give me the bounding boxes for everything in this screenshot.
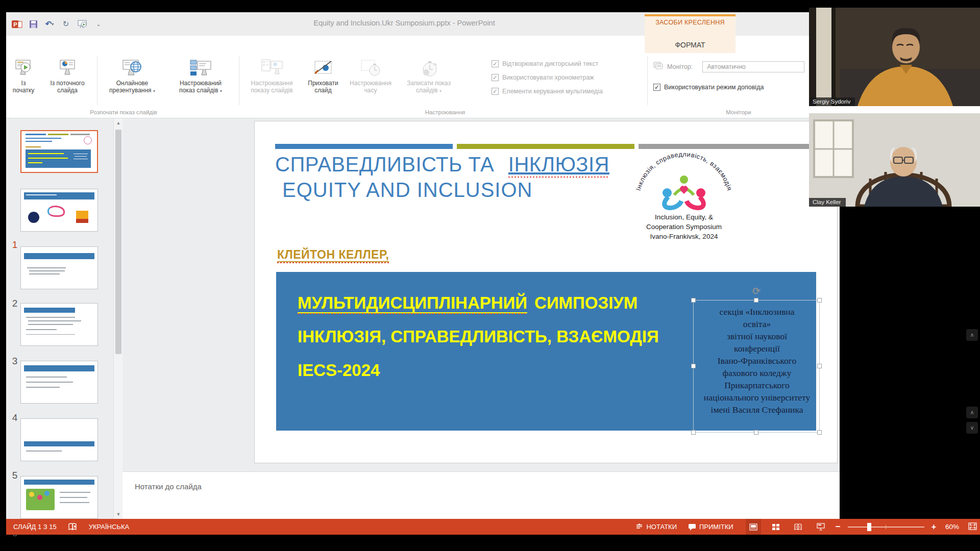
speaker-name[interactable]: КЛЕЙТОН КЕЛЛЕР, bbox=[277, 248, 389, 262]
zoom-slider[interactable] bbox=[848, 527, 924, 528]
previous-slide-icon[interactable]: ∧ bbox=[966, 407, 978, 418]
record-slideshow-button[interactable]: Записати показ слайдів ▾ bbox=[397, 55, 460, 114]
button-label: початку bbox=[7, 87, 40, 94]
title-text: СПРАВЕДЛИВІСТЬ ТА bbox=[275, 153, 494, 176]
thumbnail-slide-1[interactable] bbox=[20, 130, 98, 173]
collapse-panel-icon[interactable]: ∧ bbox=[966, 329, 978, 341]
spellcheck-icon[interactable] bbox=[68, 523, 78, 531]
group-label-setup: Настроювання bbox=[399, 109, 491, 115]
slide-canvas[interactable]: СПРАВЕДЛИВІСТЬ ТА ІНКЛЮЗІЯ EQUITY AND IN… bbox=[254, 121, 838, 463]
quick-access-toolbar: P ↶▾ ↻ ⌄ bbox=[11, 18, 104, 30]
notes-pane[interactable]: Нотатки до слайда bbox=[122, 471, 840, 519]
webcam-video-clay[interactable]: Clay Keller bbox=[809, 113, 980, 207]
title-text-underlined: ІНКЛЮЗІЯ bbox=[508, 153, 609, 176]
selection-handle[interactable] bbox=[691, 430, 696, 435]
symposium-logo[interactable]: Інклюзія, справедливість, взаємодія Incl… bbox=[630, 148, 738, 240]
checkbox-icon: ✓ bbox=[653, 84, 660, 91]
save-icon[interactable] bbox=[28, 18, 39, 30]
window-title: Equity and Inclusion.Ukr Sumposium.pptx … bbox=[175, 19, 634, 27]
undo-icon[interactable]: ↶▾ bbox=[44, 18, 55, 30]
accent-bar-blue bbox=[275, 144, 453, 149]
rehearse-timings-icon bbox=[345, 57, 396, 80]
svg-text:Інклюзія, справедливість, взає: Інклюзія, справедливість, взаємодія bbox=[634, 151, 734, 192]
present-online-button[interactable]: Онлайнове презентування ▾ bbox=[101, 55, 163, 114]
banner-line-1: МУЛЬТИДИСЦИПЛІНАРНИЙСИМПОЗІУМ bbox=[298, 293, 638, 313]
from-beginning-button[interactable]: Із початку bbox=[7, 55, 40, 114]
logo-graphic: Інклюзія, справедливість, взаємодія bbox=[630, 148, 738, 210]
selection-handle[interactable] bbox=[754, 430, 758, 435]
slideshow-view-button[interactable] bbox=[813, 519, 828, 535]
powerpoint-app-icon: P bbox=[11, 18, 22, 30]
checkbox-icon: ✓ bbox=[492, 74, 499, 81]
rotation-handle-icon[interactable]: ⟳ bbox=[752, 285, 761, 297]
reading-view-button[interactable] bbox=[791, 519, 806, 535]
banner-line-3: IECS-2024 bbox=[298, 361, 380, 380]
checkbox-media-controls[interactable]: ✓ Елементи керування мультимедіа bbox=[492, 88, 603, 95]
contextual-tab-header: ЗАСОБИ КРЕСЛЕННЯ bbox=[645, 19, 736, 26]
checkbox-use-timings[interactable]: ✓ Використовувати хронометраж bbox=[492, 74, 594, 81]
slide-title-ukrainian[interactable]: СПРАВЕДЛИВІСТЬ ТА ІНКЛЮЗІЯ bbox=[275, 153, 609, 176]
checkbox-presenter-view[interactable]: ✓ Використовувати режим доповіда bbox=[653, 84, 764, 91]
webcam-video-sergiy[interactable]: Sergiy Sydoriv bbox=[809, 8, 980, 106]
language-indicator[interactable]: УКРАЇНСЬКА bbox=[89, 523, 129, 531]
custom-slideshow-button[interactable]: Настроюваний показ слайдів ▾ bbox=[165, 55, 236, 114]
button-label: Записати показ bbox=[397, 80, 460, 87]
normal-view-button[interactable] bbox=[746, 519, 761, 535]
svg-text:P: P bbox=[13, 21, 17, 28]
comments-toggle[interactable]: ПРИМІТКИ bbox=[688, 523, 733, 531]
redo-icon[interactable]: ↻ bbox=[60, 18, 71, 30]
thumbnail-scrollbar[interactable]: ▲ ▼ bbox=[113, 118, 122, 519]
slide-thumbnail-panel: 1 2 3 bbox=[6, 118, 113, 519]
fit-slide-to-window-icon[interactable] bbox=[968, 522, 977, 532]
zoom-out-icon[interactable]: − bbox=[836, 522, 841, 532]
notes-toggle[interactable]: НОТАТКИ bbox=[635, 523, 677, 531]
zoom-slider-thumb[interactable] bbox=[867, 523, 871, 531]
zoom-percentage[interactable]: 60% bbox=[945, 523, 959, 531]
button-label: Настроюваний bbox=[165, 80, 236, 87]
thumbnail-slide-6[interactable] bbox=[20, 418, 98, 461]
thumbnail-slide-7[interactable] bbox=[20, 476, 98, 519]
scroll-down-icon[interactable]: ▼ bbox=[115, 511, 122, 518]
textbox-text: секція «Інклюзивна освіта» звітної науко… bbox=[691, 306, 823, 416]
scroll-up-icon[interactable]: ▲ bbox=[115, 119, 122, 127]
slide-counter: СЛАЙД 1 З 15 bbox=[13, 523, 57, 531]
selection-handle[interactable] bbox=[691, 298, 696, 303]
checkbox-icon: ✓ bbox=[492, 88, 499, 95]
next-slide-icon[interactable]: ∨ bbox=[966, 422, 978, 434]
selection-handle[interactable] bbox=[817, 430, 822, 435]
group-label-monitors: Монітори bbox=[693, 109, 785, 115]
rehearse-timings-button[interactable]: Настроювання часу bbox=[345, 55, 396, 114]
record-slideshow-icon bbox=[397, 57, 460, 80]
comments-icon bbox=[688, 523, 696, 531]
button-label: Із bbox=[7, 80, 40, 87]
checkbox-icon: ✓ bbox=[492, 60, 499, 67]
scrollbar-thumb[interactable] bbox=[115, 130, 121, 354]
from-current-slide-button[interactable]: Із поточного слайда bbox=[41, 55, 94, 114]
status-bar: СЛАЙД 1 З 15 УКРАЇНСЬКА НОТАТКИ ПРИМІТКИ bbox=[6, 519, 980, 535]
button-label: Настроювання bbox=[345, 80, 396, 87]
custom-slideshow-icon bbox=[165, 57, 236, 80]
selection-handle[interactable] bbox=[817, 298, 822, 303]
button-label: слайдів ▾ bbox=[397, 87, 460, 95]
thumbnail-slide-2[interactable] bbox=[20, 189, 98, 232]
thumbnail-slide-4[interactable] bbox=[20, 303, 98, 346]
notes-placeholder[interactable]: Нотатки до слайда bbox=[135, 482, 202, 491]
hide-slide-button[interactable]: Приховати слайд bbox=[302, 55, 344, 114]
ribbon-separator bbox=[97, 56, 97, 105]
zoom-in-icon[interactable]: + bbox=[932, 522, 936, 532]
selection-handle[interactable] bbox=[754, 298, 758, 303]
drawing-tools-contextual-block: ЗАСОБИ КРЕСЛЕННЯ ФОРМАТ bbox=[645, 14, 736, 53]
tab-format[interactable]: ФОРМАТ bbox=[645, 38, 736, 53]
slide-sorter-view-button[interactable] bbox=[768, 519, 783, 535]
selected-textbox[interactable]: ⟳ секція «Інклюзивна освіта» звітної нау… bbox=[693, 300, 820, 433]
slide-title-english[interactable]: EQUITY AND INCLUSION bbox=[282, 179, 532, 202]
checkbox-play-narrations[interactable]: ✓ Відтворювати дикторський текст bbox=[492, 60, 598, 67]
thumbnail-number: 3 bbox=[10, 356, 19, 367]
from-beginning-icon bbox=[7, 57, 40, 80]
qat-customize-icon[interactable]: ⌄ bbox=[93, 18, 104, 30]
thumbnail-slide-5[interactable] bbox=[20, 361, 98, 404]
start-presentation-icon[interactable] bbox=[77, 18, 88, 30]
setup-slideshow-button[interactable]: Настроювання показу слайдів bbox=[242, 55, 301, 114]
thumbnail-slide-3[interactable] bbox=[20, 246, 98, 289]
monitor-dropdown[interactable]: Автоматично bbox=[702, 61, 804, 72]
